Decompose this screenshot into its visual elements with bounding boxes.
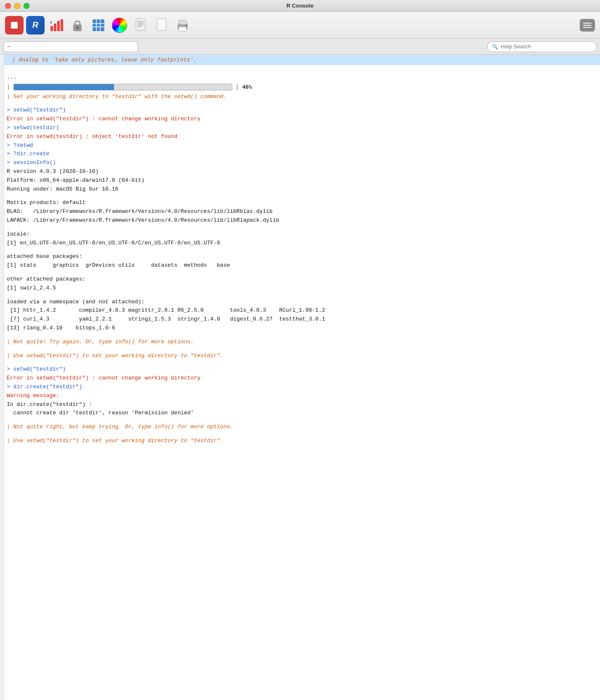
console-line: LAPACK: /Library/Frameworks/R.framework/… [7, 216, 593, 225]
svg-rect-5 [61, 19, 63, 31]
blank-line [7, 360, 593, 365]
console-line: locale: [7, 230, 593, 239]
console-area: | Analog to 'take only pictures, leave o… [0, 55, 600, 700]
console-line: > setwd("testdir") [7, 365, 593, 374]
console-line: Error in setwd(testdir) : object 'testdi… [7, 133, 593, 141]
close-button[interactable] [5, 3, 11, 9]
traffic-lights [5, 3, 29, 9]
stop-icon [11, 22, 18, 29]
search-box[interactable]: 🔍 [487, 41, 597, 52]
blank-line [7, 101, 593, 106]
console-line: [1] stats graphics grDevices utils datas… [7, 261, 593, 270]
console-line: [1] en_US.UTF-8/en_US.UTF-8/en_US.UTF-8/… [7, 239, 593, 248]
script-icon [134, 18, 147, 33]
search-icon: 🔍 [492, 44, 498, 50]
printer-icon [175, 18, 190, 33]
console-line: Error in setwd("testdir") : cannot chang… [7, 115, 593, 124]
blank-line [7, 333, 593, 338]
svg-rect-8 [93, 19, 104, 31]
blank-line [7, 225, 593, 230]
chart-button[interactable] [47, 16, 66, 34]
swirl-header-line: | Analog to 'take only pictures, leave o… [12, 56, 196, 63]
svg-rect-0 [50, 26, 53, 31]
blank-line [7, 432, 593, 437]
svg-rect-20 [179, 27, 186, 31]
svg-rect-4 [50, 21, 52, 24]
blank-line [7, 418, 593, 423]
input-row: 🔍 [0, 39, 600, 55]
console-line: > ?setwd [7, 141, 593, 150]
maximize-button[interactable] [24, 3, 29, 9]
printer-button[interactable] [173, 16, 192, 34]
console-line: > sessionInfo() [7, 159, 593, 167]
r-icon: R [26, 16, 45, 34]
console-line: > ?dir.create [7, 150, 593, 159]
progress-bar-line: | | 46% [7, 83, 593, 92]
sidebar-toggle-button[interactable] [580, 19, 595, 32]
console-line: [1] httr_1.4.2 compiler_4.0.3 magrittr_2… [7, 306, 593, 315]
console-line: attached base packages: [7, 252, 593, 261]
console-line: [7] curl_4.3 yaml_2.2.1 stringi_1.5.3 st… [7, 315, 593, 324]
blank-doc-icon [155, 18, 168, 33]
console-line: BLAS: /Library/Frameworks/R.framework/Ve… [7, 207, 593, 216]
blank-line [7, 293, 593, 298]
console-content: ... | | 46% | Set your working directory… [0, 65, 600, 449]
console-line: [13] rlang_0.4.10 bitops_1.0-6 [7, 324, 593, 333]
blank-line [7, 347, 593, 352]
scrollbar[interactable] [0, 55, 4, 700]
console-line: Running under: macOS Big Sur 10.16 [7, 185, 593, 194]
color-wheel-button[interactable] [110, 16, 129, 34]
svg-point-21 [186, 25, 187, 27]
console-line: loaded via a namespace (and not attached… [7, 298, 593, 307]
search-input[interactable] [501, 43, 585, 50]
sidebar-toggle-icon [583, 23, 592, 28]
title-bar: R Console [0, 0, 600, 12]
progress-percent: 46% [242, 83, 252, 92]
console-line: Platform: x86_64-apple-darwin17.0 (64-bi… [7, 176, 593, 185]
console-line: In dir.create("testdir") : [7, 400, 593, 409]
console-line: > setwd(testdir) [7, 124, 593, 133]
console-line: | Use setwd("testdir") to set your worki… [7, 352, 593, 361]
console-line: cannot create dir 'testdir', reason 'Per… [7, 409, 593, 418]
spreadsheet-button[interactable] [89, 16, 108, 34]
color-wheel-icon [112, 18, 127, 33]
console-line: | Not quite right, but keep trying. Or, … [7, 423, 593, 432]
svg-rect-1 [54, 24, 56, 31]
svg-point-7 [76, 27, 79, 29]
console-line: Error in setwd("testdir") : cannot chang… [7, 374, 593, 383]
blank-line [7, 247, 593, 252]
window-title: R Console [287, 3, 313, 9]
blank-line [7, 270, 593, 275]
console-line: > dir.create("testdir") [7, 383, 593, 392]
blank-doc-button[interactable] [152, 16, 171, 34]
svg-rect-2 [57, 21, 60, 31]
console-line: | Not quite! Try again. Or, type info() … [7, 338, 593, 347]
console-line: ... [7, 73, 593, 82]
lock-button[interactable] [68, 16, 87, 34]
svg-rect-17 [157, 19, 166, 30]
toolbar: R [0, 12, 600, 39]
console-line: other attached packages: [7, 275, 593, 284]
blank-line [7, 194, 593, 199]
directory-input[interactable] [3, 41, 138, 52]
console-line: | Use setwd("testdir") to set your worki… [7, 437, 593, 445]
svg-rect-19 [179, 20, 186, 24]
minimize-button[interactable] [14, 3, 20, 9]
script-button[interactable] [131, 16, 150, 34]
console-line: [1] swirl_2.4.5 [7, 284, 593, 293]
svg-rect-13 [136, 19, 145, 30]
console-line: > setwd("testdir") [7, 106, 593, 115]
console-line: R version 4.0.3 (2020-10-10) [7, 167, 593, 176]
console-line: | Set your working directory to "testdir… [7, 93, 593, 101]
console-line: Matrix products: default [7, 199, 593, 207]
lock-icon [71, 18, 84, 33]
console-line: Warning message: [7, 392, 593, 400]
spreadsheet-icon [91, 18, 106, 33]
blank-line [7, 68, 593, 73]
stop-button[interactable] [5, 16, 24, 34]
chart-icon [49, 18, 64, 33]
r-icon-button[interactable]: R [26, 16, 45, 34]
